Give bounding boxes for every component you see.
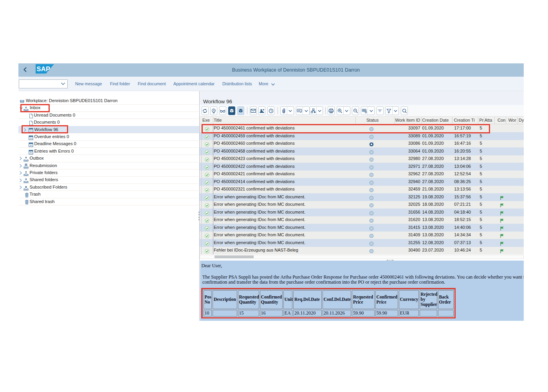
svg-text:SAP: SAP	[37, 65, 50, 72]
